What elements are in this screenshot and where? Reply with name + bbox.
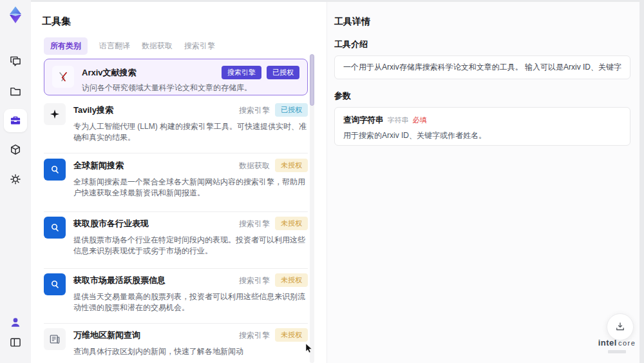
sidebar-item-toolbox-active[interactable]: [4, 109, 27, 132]
tool-description: 查询具体行政区划内的新闻，快速了解各地新闻动: [73, 346, 308, 357]
mouse-cursor: [305, 344, 312, 356]
param-required-label: 必填: [413, 115, 427, 125]
intro-box: 一个用于从Arxiv存储库搜索科学论文和文章的工具。 输入可以是Arxiv ID…: [334, 55, 630, 79]
param-name: 查询字符串: [343, 115, 384, 126]
tool-status-badge: 已授权: [267, 66, 299, 79]
list-scrollbar-thumb[interactable]: [310, 54, 314, 106]
tavily-star-icon: [44, 103, 66, 125]
user-avatar-icon[interactable]: [9, 316, 22, 329]
tool-status-badge: 未授权: [275, 159, 308, 172]
tool-description: 访问各个研究领域大量科学论文和文章的存储库。: [82, 83, 299, 93]
settings-gear-icon[interactable]: [9, 173, 22, 186]
param-box: 查询字符串 字符串 必填 用于搜索的Arxiv ID、关键字或作者姓名。: [334, 107, 630, 146]
tool-details-panel: 工具详情 工具介绍 一个用于从Arxiv存储库搜索科学论文和文章的工具。 输入可…: [327, 2, 639, 363]
tool-description: 专为人工智能代理 (LLM) 构建的搜索引擎工具。可快速提供实时、准确和真实的结…: [73, 121, 308, 143]
tool-row-tavily[interactable]: Tavily搜索 搜索引擎 已授权 专为人工智能代理 (LLM) 构建的搜索引擎…: [44, 103, 308, 143]
row-divider: [44, 323, 308, 324]
tool-row-global-news[interactable]: 全球新闻搜索 数据获取 未授权 全球新闻搜索是一个聚合全球各大新闻网站内容的搜索…: [44, 159, 308, 199]
tab-data-fetching[interactable]: 数据获取: [142, 37, 173, 55]
page-title: 工具集: [42, 15, 71, 28]
param-description: 用于搜索的Arxiv ID、关键字或作者姓名。: [343, 130, 621, 141]
intro-text: 一个用于从Arxiv存储库搜索科学论文和文章的工具。 输入可以是Arxiv ID…: [343, 62, 621, 73]
app-window: 工具集 所有类别 语言翻译 数据获取 搜索引擎 Arxiv文献搜索 搜索引擎 已…: [0, 0, 644, 363]
intel-core-logo: intelcore: [597, 337, 637, 353]
download-icon: [614, 321, 626, 333]
intro-heading: 工具介绍: [334, 39, 368, 50]
tool-description: 全球新闻搜索是一个聚合全球各大新闻网站内容的搜索引擎，帮助用户快速获取全球最新资…: [73, 177, 308, 199]
tab-all-categories[interactable]: 所有类别: [44, 37, 88, 55]
tool-row-sector-performance[interactable]: 获取股市各行业表现 搜索引擎 未授权 提供股票市场各个行业在特定时间段内的表现。…: [44, 217, 308, 257]
right-edge: [639, 0, 644, 363]
chat-icon[interactable]: [9, 55, 22, 68]
newspaper-icon: [44, 328, 66, 350]
tool-title: 全球新闻搜索: [73, 159, 234, 172]
row-divider: [44, 153, 308, 153]
param-type: 字符串: [388, 115, 409, 125]
tool-category: 搜索引擎: [239, 273, 270, 288]
intel-logo-text: intel: [598, 338, 617, 348]
toolbox-icon: [9, 114, 22, 127]
category-tabs: 所有类别 语言翻译 数据获取 搜索引擎: [44, 37, 215, 55]
tool-description: 提供当天交易量最高的股票列表，投资者可以利用这些信息来识别流动性强的股票和潜在的…: [73, 291, 308, 313]
panel-toggle-icon[interactable]: [9, 336, 22, 349]
folder-icon[interactable]: [9, 85, 22, 98]
params-heading: 参数: [334, 90, 351, 102]
cube-icon[interactable]: [9, 143, 22, 156]
tool-title: 获取股市各行业表现: [73, 217, 234, 230]
app-logo-icon[interactable]: [6, 5, 25, 25]
sidebar: [0, 0, 31, 363]
stock-search-icon: [44, 217, 66, 239]
core-logo-text: core: [618, 339, 636, 347]
tool-row-regional-news[interactable]: 万维地区新闻查询 搜索引擎 未授权 查询具体行政区划内的新闻，快速了解各地新闻动: [44, 328, 308, 357]
tool-row-active-stocks[interactable]: 获取市场最活跃股票信息 搜索引擎 未授权 提供当天交易量最高的股票列表，投资者可…: [44, 273, 308, 313]
news-search-icon: [44, 159, 66, 181]
row-divider: [44, 268, 308, 269]
tool-status-badge: 未授权: [275, 273, 308, 287]
tool-status-badge: 已授权: [275, 103, 308, 117]
logo-underline: [608, 350, 626, 353]
stock-search-icon: [44, 273, 66, 295]
tool-status-badge: 未授权: [275, 328, 308, 342]
tab-search-engine[interactable]: 搜索引擎: [184, 37, 215, 55]
tool-status-badge: 未授权: [275, 217, 308, 230]
tool-row-arxiv-selected[interactable]: Arxiv文献搜索 搜索引擎 已授权 访问各个研究领域大量科学论文和文章的存储库…: [44, 59, 308, 95]
tool-category: 数据获取: [239, 159, 270, 173]
tool-description: 提供股票市场各个行业在特定时间段内的表现。投资者可以利用这些信息来识别表现优于或…: [73, 235, 308, 257]
arxiv-icon: [52, 66, 74, 88]
tool-title: 万维地区新闻查询: [73, 328, 234, 341]
tool-title: 获取市场最活跃股票信息: [73, 273, 234, 286]
tool-category: 搜索引擎: [239, 103, 270, 118]
tool-title: Arxiv文献搜索: [82, 66, 216, 79]
tool-title: Tavily搜索: [73, 103, 234, 116]
details-title: 工具详情: [334, 16, 370, 28]
list-scrollbar-track[interactable]: [310, 54, 314, 363]
tab-language-translation[interactable]: 语言翻译: [99, 37, 130, 55]
tool-category-badge: 搜索引擎: [222, 66, 261, 79]
row-divider: [44, 211, 308, 212]
tool-category: 搜索引擎: [239, 217, 270, 231]
tool-category: 搜索引擎: [239, 328, 270, 343]
